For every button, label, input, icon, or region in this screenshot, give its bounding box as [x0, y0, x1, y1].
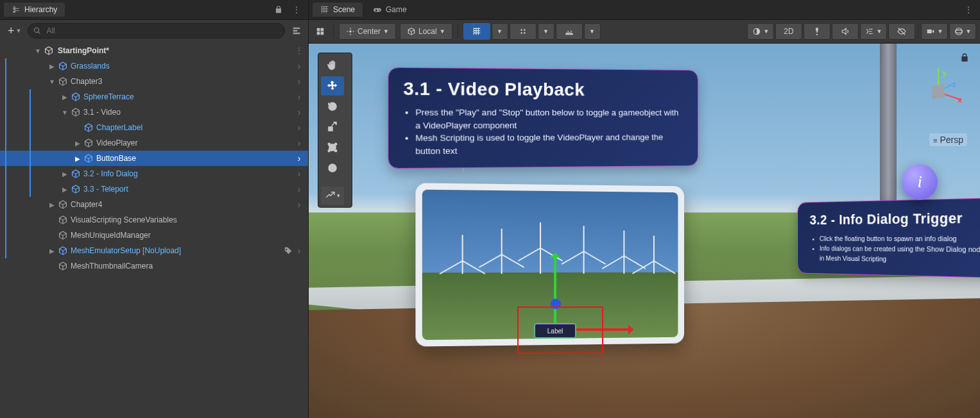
kebab-icon[interactable]: ⋮	[289, 2, 304, 17]
hierarchy-item-sphereterrace[interactable]: ▶SphereTerrace›	[0, 89, 308, 104]
gameobject-icon	[71, 92, 81, 102]
gameobject-icon	[58, 215, 68, 225]
grid-toggle[interactable]	[463, 23, 490, 40]
gameobject-icon	[83, 122, 94, 133]
rotate-tool[interactable]	[321, 97, 344, 116]
chevron-right-icon[interactable]: ›	[294, 246, 304, 256]
scene-menu-icon[interactable]: ⋮	[294, 46, 304, 56]
expand-toggle[interactable]: ▶	[47, 201, 56, 208]
hierarchy-item-33tele[interactable]: ▶3.3 - Teleport›	[0, 181, 308, 197]
custom-tools-dropdown[interactable]: ▾	[321, 187, 344, 205]
hierarchy-item-muid[interactable]: MeshUniqueIdManager	[0, 228, 308, 243]
audio-toggle[interactable]	[832, 23, 859, 40]
expand-toggle[interactable]: ▶	[60, 171, 69, 178]
expand-toggle[interactable]: ▶	[60, 186, 69, 193]
add-button[interactable]: + ▼	[5, 25, 24, 37]
lighting-toggle[interactable]	[804, 23, 830, 40]
expand-toggle[interactable]: ▶	[60, 94, 69, 101]
hierarchy-item-grasslands[interactable]: ▶Grasslands›	[0, 58, 308, 74]
center-icon	[346, 27, 355, 36]
chevron-right-icon[interactable]: ›	[294, 169, 304, 179]
kebab-icon[interactable]: ⋮	[961, 2, 976, 17]
chevron-right-icon[interactable]: ›	[294, 92, 304, 102]
shading-dropdown[interactable]: ▼	[747, 23, 774, 40]
snap-dropdown[interactable]: ▼	[538, 23, 554, 40]
hidden-toggle[interactable]	[888, 23, 915, 40]
svg-point-3	[955, 30, 962, 33]
hierarchy-item-vssv[interactable]: VisualScripting SceneVariables	[0, 212, 308, 228]
scene-row[interactable]: ▼ StartingPoint* ⋮	[0, 43, 308, 58]
move-tool[interactable]	[321, 76, 344, 96]
expand-toggle[interactable]: ▶	[47, 247, 56, 255]
svg-point-8	[328, 150, 330, 152]
pivot-label: Center	[357, 27, 381, 36]
hierarchy-item-buttonbase[interactable]: ▶ButtonBase›	[0, 151, 308, 166]
lock-icon[interactable]	[271, 2, 286, 17]
2d-toggle[interactable]: 2D	[775, 23, 802, 40]
gizmos-dropdown[interactable]: ▼	[949, 23, 976, 40]
hierarchy-item-label: MeshThumbnailCamera	[71, 262, 304, 271]
chevron-right-icon[interactable]: ›	[294, 76, 304, 87]
toolbar-left-icon[interactable]	[313, 24, 328, 39]
expand-toggle[interactable]: ▶	[73, 140, 82, 147]
snap-toggle[interactable]	[510, 23, 537, 40]
gameobject-icon	[83, 138, 94, 148]
projection-label[interactable]: ≡Persp	[929, 133, 967, 146]
tab-hierarchy[interactable]: Hierarchy	[4, 3, 65, 17]
hierarchy-item-32info[interactable]: ▶3.2 - Info Dialog›	[0, 166, 308, 181]
search-icon	[33, 27, 41, 35]
rect-tool[interactable]	[321, 138, 344, 157]
gameobject-icon	[58, 199, 68, 210]
scene-icon	[320, 5, 329, 14]
tab-scene-label: Scene	[333, 5, 355, 14]
unity-icon	[44, 46, 54, 56]
hierarchy-item-label: 3.1 - Video	[83, 108, 294, 117]
grid-dropdown[interactable]: ▼	[492, 23, 508, 40]
hierarchy-tab-row: Hierarchy ⋮	[0, 0, 308, 19]
chevron-right-icon[interactable]: ›	[294, 153, 304, 163]
fx-toggle[interactable]: ▼	[860, 23, 887, 40]
chevron-right-icon[interactable]: ›	[294, 122, 304, 133]
svg-rect-4	[329, 127, 332, 131]
search-field[interactable]	[28, 23, 285, 38]
pivot-dropdown[interactable]: Center ▼	[339, 23, 396, 40]
search-mode-icon[interactable]	[289, 23, 304, 38]
chevron-right-icon[interactable]: ›	[294, 61, 304, 71]
buttonbase-3d[interactable]: Label	[535, 324, 576, 338]
hierarchy-item-mtc[interactable]: MeshThumbnailCamera	[0, 258, 308, 274]
chevron-right-icon[interactable]: ›	[294, 107, 304, 117]
expand-toggle[interactable]: ▶	[47, 63, 56, 70]
handle-dropdown[interactable]: Local ▼	[400, 23, 452, 40]
orientation-gizmo[interactable]: x y z	[909, 63, 967, 121]
hierarchy-item-chapter3[interactable]: ▼Chapter3›	[0, 74, 308, 89]
hierarchy-item-videoplayer[interactable]: ▶VideoPlayer›	[0, 135, 308, 151]
transform-tool-strip: ▾	[318, 53, 352, 208]
chevron-right-icon[interactable]: ›	[294, 199, 304, 210]
svg-point-6	[328, 143, 330, 145]
hierarchy-item-31video[interactable]: ▼3.1 - Video›	[0, 104, 308, 120]
gameobject-icon	[58, 230, 68, 240]
hierarchy-tree[interactable]: ▼ StartingPoint* ⋮ ▶Grasslands›▼Chapter3…	[0, 42, 308, 415]
hierarchy-item-chapterlabel[interactable]: ChapterLabel›	[0, 120, 308, 135]
increment-dropdown[interactable]: ▼	[584, 23, 601, 40]
tab-game[interactable]: Game	[365, 3, 415, 17]
expand-toggle[interactable]: ▶	[73, 155, 82, 162]
increment-snap[interactable]	[556, 23, 583, 40]
chevron-right-icon[interactable]: ›	[294, 184, 304, 194]
expand-toggle[interactable]: ▼	[47, 78, 56, 85]
scale-tool[interactable]	[321, 117, 344, 137]
tab-scene[interactable]: Scene	[313, 3, 363, 17]
transform-tool[interactable]	[321, 158, 344, 178]
hand-tool[interactable]	[321, 56, 344, 75]
search-input[interactable]	[45, 26, 279, 36]
hierarchy-item-chapter4[interactable]: ▶Chapter4›	[0, 197, 308, 212]
info-dialog-trigger[interactable]: i	[902, 164, 938, 200]
hierarchy-item-label: Chapter4	[71, 200, 294, 209]
hierarchy-item-label: MeshEmulatorSetup [NoUpload]	[71, 246, 284, 255]
chevron-right-icon[interactable]: ›	[294, 138, 304, 148]
scene-viewport[interactable]: 3.1 - Video Playback Press the "Play" an…	[309, 44, 980, 418]
gameobject-icon	[58, 261, 68, 271]
expand-toggle[interactable]: ▼	[60, 109, 69, 116]
camera-dropdown[interactable]: ▼	[921, 23, 948, 40]
hierarchy-item-mes[interactable]: ▶MeshEmulatorSetup [NoUpload]›	[0, 243, 308, 258]
